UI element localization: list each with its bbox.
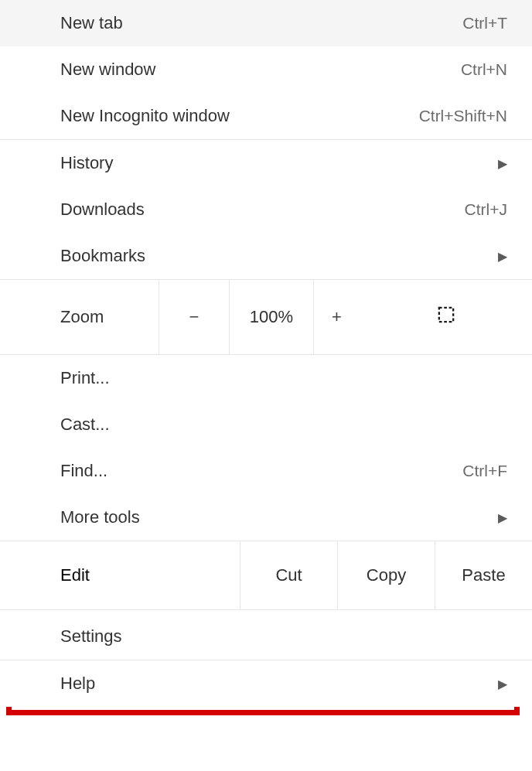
help-label: Help: [60, 674, 95, 694]
submenu-arrow-icon: ▶: [498, 510, 507, 525]
submenu-arrow-icon: ▶: [498, 249, 507, 264]
new-tab-label: New tab: [60, 13, 123, 33]
menu-item-history[interactable]: History ▶: [0, 140, 532, 186]
edit-row: Edit Cut Copy Paste: [0, 541, 532, 610]
downloads-label: Downloads: [60, 200, 145, 220]
menu-item-cast[interactable]: Cast...: [0, 401, 532, 448]
new-incognito-shortcut: Ctrl+Shift+N: [419, 107, 507, 125]
menu-item-print[interactable]: Print...: [0, 355, 532, 401]
bookmarks-label: Bookmarks: [60, 246, 145, 266]
menu-item-new-tab[interactable]: New tab Ctrl+T: [0, 0, 532, 46]
more-tools-label: More tools: [60, 507, 140, 527]
downloads-shortcut: Ctrl+J: [465, 200, 507, 219]
paste-button[interactable]: Paste: [435, 541, 532, 609]
submenu-arrow-icon: ▶: [498, 156, 507, 171]
menu-item-new-window[interactable]: New window Ctrl+N: [0, 46, 532, 93]
new-window-shortcut: Ctrl+N: [461, 60, 507, 79]
settings-label: Settings: [60, 626, 122, 646]
new-window-label: New window: [60, 60, 156, 80]
new-tab-shortcut: Ctrl+T: [462, 14, 507, 32]
print-label: Print...: [60, 368, 110, 388]
cast-label: Cast...: [60, 414, 110, 435]
cut-button[interactable]: Cut: [240, 541, 337, 609]
find-label: Find...: [60, 461, 107, 481]
menu-item-find[interactable]: Find... Ctrl+F: [0, 448, 532, 494]
menu-item-more-tools[interactable]: More tools ▶: [0, 494, 532, 541]
menu-item-help[interactable]: Help ▶: [0, 660, 532, 707]
zoom-in-button[interactable]: +: [313, 280, 360, 354]
svg-rect-0: [438, 308, 452, 322]
edit-label: Edit: [0, 541, 240, 609]
zoom-level: 100%: [230, 280, 313, 354]
new-incognito-label: New Incognito window: [60, 106, 230, 126]
copy-button[interactable]: Copy: [337, 541, 435, 609]
submenu-arrow-icon: ▶: [498, 677, 507, 691]
menu-item-settings[interactable]: Settings: [0, 613, 532, 660]
zoom-row: Zoom − 100% +: [0, 280, 532, 355]
menu-item-downloads[interactable]: Downloads Ctrl+J: [0, 186, 532, 233]
fullscreen-button[interactable]: [360, 280, 532, 354]
fullscreen-icon: [438, 306, 455, 328]
find-shortcut: Ctrl+F: [462, 462, 507, 480]
menu-item-new-incognito[interactable]: New Incognito window Ctrl+Shift+N: [0, 93, 532, 139]
menu-item-bookmarks[interactable]: Bookmarks ▶: [0, 233, 532, 279]
chrome-main-menu: New tab Ctrl+T New window Ctrl+N New Inc…: [0, 0, 532, 707]
zoom-label: Zoom: [0, 307, 159, 327]
history-label: History: [60, 153, 113, 173]
zoom-out-button[interactable]: −: [159, 280, 230, 354]
